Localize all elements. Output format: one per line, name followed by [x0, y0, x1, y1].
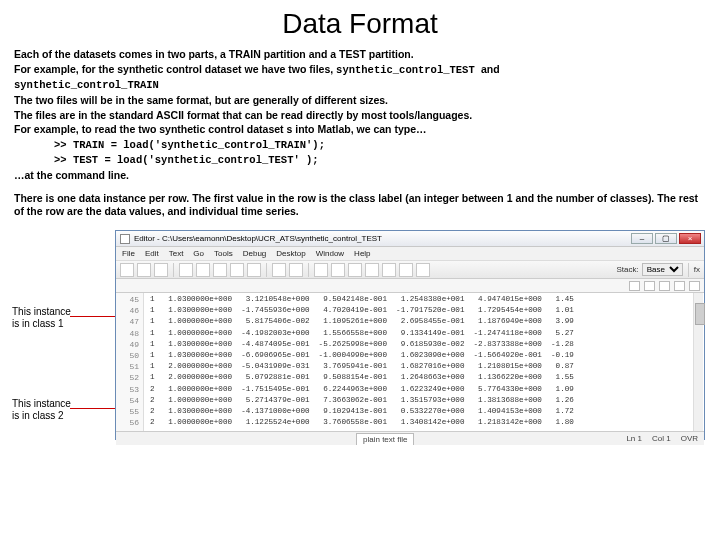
toolbar-open-icon[interactable]: [137, 263, 151, 277]
status-col: Col 1: [652, 434, 671, 443]
toolbar-copy-icon[interactable]: [196, 263, 210, 277]
file-tab[interactable]: plain text file: [356, 433, 414, 445]
menu-help[interactable]: Help: [354, 249, 370, 258]
toolbar-breakpoint-icon[interactable]: [348, 263, 362, 277]
toolbar-continue-icon[interactable]: [416, 263, 430, 277]
code-area[interactable]: 1 1.0300000e+000 3.1210548e+000 9.504214…: [144, 293, 704, 431]
undock-icon[interactable]: [644, 281, 655, 291]
menu-debug[interactable]: Debug: [243, 249, 267, 258]
scrollbar-vertical[interactable]: [693, 293, 703, 431]
toolbar-new-icon[interactable]: [120, 263, 134, 277]
menu-file[interactable]: File: [122, 249, 135, 258]
toolbar-run-section-icon[interactable]: [331, 263, 345, 277]
menu-go[interactable]: Go: [193, 249, 204, 258]
dock-icon[interactable]: [629, 281, 640, 291]
line-2c: and: [481, 63, 500, 75]
status-ovr: OVR: [681, 434, 698, 443]
line-2b: synthetic_control_TEST: [336, 64, 481, 76]
fx-button[interactable]: fx: [694, 265, 700, 274]
page-title: Data Format: [0, 0, 720, 44]
line-gutter: 45 46 47 48 49 50 51 52 53 54 55 56: [116, 293, 144, 431]
code-line-1: >> TRAIN = load('synthetic_control_TRAIN…: [54, 139, 325, 151]
toolbar-undo-icon[interactable]: [230, 263, 244, 277]
close-button[interactable]: ×: [679, 233, 701, 244]
menu-edit[interactable]: Edit: [145, 249, 159, 258]
toolbar-print-icon[interactable]: [272, 263, 286, 277]
editor-window: Editor - C:\Users\eamonn\Desktop\UCR_ATS…: [115, 230, 705, 440]
status-bar: plain text file Ln 1 Col 1 OVR: [116, 431, 704, 445]
line-9: …at the command line.: [14, 169, 129, 181]
app-icon: [120, 234, 130, 244]
annotation-class-2: This instance is in class 2: [12, 398, 72, 422]
menu-tools[interactable]: Tools: [214, 249, 233, 258]
stack-selector[interactable]: Base: [642, 263, 683, 276]
secondary-toolbar: [116, 279, 704, 293]
toolbar-find-icon[interactable]: [289, 263, 303, 277]
line-10: There is one data instance per row. The …: [14, 192, 698, 218]
line-3: synthetic_control_TRAIN: [14, 79, 159, 91]
menu-text[interactable]: Text: [169, 249, 184, 258]
editor-body: 45 46 47 48 49 50 51 52 53 54 55 56 1 1.…: [116, 293, 704, 431]
maximize-button[interactable]: ▢: [655, 233, 677, 244]
window-title-text: Editor - C:\Users\eamonn\Desktop\UCR_ATS…: [134, 234, 382, 243]
window-titlebar: Editor - C:\Users\eamonn\Desktop\UCR_ATS…: [116, 231, 704, 247]
line-6: For example, to read the two synthetic c…: [14, 123, 427, 135]
stack-label: Stack:: [617, 265, 639, 274]
status-line: Ln 1: [626, 434, 642, 443]
toolbar-paste-icon[interactable]: [213, 263, 227, 277]
maximize-pane-icon[interactable]: [659, 281, 670, 291]
menu-desktop[interactable]: Desktop: [276, 249, 305, 258]
toolbar-step-icon[interactable]: [365, 263, 379, 277]
toolbar-cut-icon[interactable]: [179, 263, 193, 277]
minimize-button[interactable]: –: [631, 233, 653, 244]
toolbar-redo-icon[interactable]: [247, 263, 261, 277]
menu-window[interactable]: Window: [316, 249, 344, 258]
toolbar-run-icon[interactable]: [314, 263, 328, 277]
toolbar-step-out-icon[interactable]: [399, 263, 413, 277]
toolbar-save-icon[interactable]: [154, 263, 168, 277]
tile-icon[interactable]: [674, 281, 685, 291]
line-1: Each of the datasets comes in two parts,…: [14, 48, 414, 60]
line-2a: For example, for the synthetic control d…: [14, 63, 336, 75]
float-icon[interactable]: [689, 281, 700, 291]
code-line-2: >> TEST = load('synthetic_control_TEST' …: [54, 154, 319, 166]
menu-bar: FileEditTextGoToolsDebugDesktopWindowHel…: [116, 247, 704, 261]
line-5: The files are in the standard ASCII form…: [14, 109, 472, 121]
toolbar-step-in-icon[interactable]: [382, 263, 396, 277]
annotation-class-1: This instance is in class 1: [12, 306, 72, 330]
line-4: The two files will be in the same format…: [14, 94, 388, 106]
body-text: Each of the datasets comes in two parts,…: [0, 44, 720, 224]
toolbar: Stack: Base fx: [116, 261, 704, 279]
